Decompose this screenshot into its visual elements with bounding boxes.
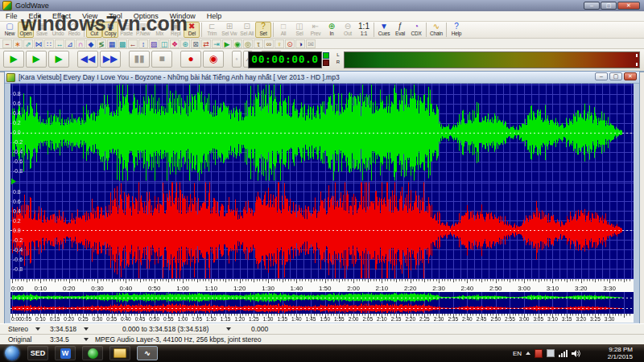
toolbar-button-label: Prev — [311, 31, 321, 37]
toolbar-button-label: Del — [188, 31, 196, 37]
taskbar-app-sed[interactable]: SED — [27, 346, 48, 360]
in-button[interactable]: ⊕In — [324, 22, 340, 38]
effect-icon-3[interactable]: ⇗ — [23, 39, 33, 48]
set-button[interactable]: ?Set — [255, 22, 271, 38]
effect-icon-20[interactable]: ⇄ — [201, 39, 211, 48]
effect-icon-15[interactable]: ▨ — [149, 39, 159, 48]
effect-icon-8[interactable]: ∩ — [76, 39, 85, 48]
volume-icon[interactable] — [572, 349, 581, 358]
effect-icon-18[interactable]: ⊛ — [180, 39, 190, 48]
doc-restore-button[interactable]: ▢ — [609, 72, 622, 80]
toolbar-button-label: Cut — [90, 31, 98, 37]
new-button[interactable]: ▢New — [2, 22, 18, 38]
effect-icon-22[interactable]: ▶ — [222, 39, 232, 48]
cues-button[interactable]: ▼Cues — [376, 22, 392, 38]
language-indicator[interactable]: EN — [513, 350, 522, 357]
copy-button[interactable]: ⧉Copy — [102, 22, 118, 38]
effect-icon-6[interactable]: ↔ — [55, 39, 64, 48]
menu-options[interactable]: Options — [128, 11, 164, 21]
title-bar[interactable]: GoldWave – ▢ ✕ — [0, 0, 644, 11]
menu-file[interactable]: File — [0, 11, 23, 21]
sel-button: ◫Sel — [291, 22, 308, 38]
length-field[interactable]: 3:34.518 — [50, 325, 76, 333]
effect-icon-4[interactable]: ⋈ — [34, 39, 43, 48]
taskbar-app-folder[interactable] — [109, 346, 130, 360]
rewind-button[interactable]: ◀◀ — [77, 51, 98, 68]
file-length-field[interactable]: 3:34.5 — [50, 335, 69, 343]
help-button[interactable]: ?Help — [448, 22, 464, 38]
selection-dropdown-icon[interactable] — [226, 327, 231, 331]
maximize-button[interactable]: ▢ — [601, 2, 617, 10]
menu-view[interactable]: View — [76, 11, 103, 21]
effect-icon-24[interactable]: ◎ — [243, 39, 253, 48]
effect-icon-2[interactable]: ∗ — [13, 39, 23, 48]
effect-icon-23[interactable]: ◉ — [233, 39, 242, 48]
effect-icon-25[interactable]: τ — [254, 39, 263, 48]
menu-tool[interactable]: Tool — [103, 11, 128, 21]
menu-effect[interactable]: Effect — [47, 11, 76, 21]
effect-icon-11[interactable]: ▦ — [107, 39, 117, 48]
position-field[interactable]: 0.000 — [251, 325, 268, 333]
effect-icon-26[interactable]: ∞ — [264, 39, 274, 48]
state-field[interactable]: Original — [8, 335, 31, 343]
play-selection-button[interactable]: ▶ — [26, 51, 47, 68]
open-button[interactable]: ▰Open — [18, 22, 34, 38]
effect-icon-16[interactable]: ◫ — [159, 39, 169, 48]
1-1-button[interactable]: 1:11:1 — [356, 22, 372, 38]
effect-icon-9[interactable]: ◆ — [86, 39, 96, 48]
effect-icon-28[interactable]: ⊙ — [285, 39, 295, 48]
taskbar-app-goldwave[interactable]: ∿ — [137, 346, 158, 360]
effect-icon-12[interactable]: ▩ — [118, 39, 127, 48]
taskbar-app-circle[interactable] — [82, 346, 103, 360]
del-button[interactable]: ✖Del — [184, 22, 200, 38]
transport-controls: ▶▶▶◀◀▶▶▮▮■●◉◦⁄▦ — [3, 51, 282, 68]
play-button[interactable]: ▶ — [3, 51, 24, 68]
start-button[interactable] — [5, 346, 19, 360]
hidden-icons-arrow-icon[interactable] — [526, 352, 530, 355]
menu-window[interactable]: Window — [164, 11, 201, 21]
stereo-waveform-view[interactable] — [10, 84, 634, 279]
sound-window-title-bar[interactable]: [Kara Vietsub] Every Day I Love You - Bo… — [5, 72, 639, 84]
effect-icon-19[interactable]: ⊠ — [191, 39, 200, 48]
close-button[interactable]: ✕ — [617, 2, 640, 10]
taskbar-app-w[interactable]: W — [55, 346, 76, 360]
effect-icon-10[interactable]: ≶ — [97, 39, 106, 48]
network-icon[interactable] — [559, 350, 568, 357]
effect-icon-27[interactable]: ♀ — [275, 39, 284, 48]
taskbar-clock[interactable]: 9:28 PM 2/1/2015 — [608, 346, 633, 360]
all-button: □All — [275, 22, 291, 38]
effect-icon-7[interactable]: ⊿ — [65, 39, 75, 48]
tray-utility-icon[interactable] — [547, 349, 555, 357]
cut-button[interactable]: ✂Cut — [86, 22, 102, 38]
doc-minimize-button[interactable]: – — [595, 72, 608, 80]
effect-icon-5[interactable]: ∷ — [44, 39, 54, 48]
effect-icon-29[interactable]: ◑ — [295, 39, 305, 48]
action-center-icon[interactable] — [535, 349, 543, 358]
minimize-button[interactable]: – — [584, 2, 600, 10]
play-from-button[interactable]: ▶ — [48, 51, 69, 68]
doc-close-button[interactable]: ✕ — [624, 72, 637, 80]
record-button[interactable]: ● — [180, 51, 201, 68]
length-dropdown-icon[interactable] — [84, 327, 89, 331]
chain-button[interactable]: ∿Chain — [428, 22, 444, 38]
record-selection-button[interactable]: ◉ — [203, 51, 224, 68]
toolbar-button-label: CDX — [411, 31, 421, 37]
effect-icon-21[interactable]: ⇥ — [212, 39, 221, 48]
channel-mode-dropdown-icon[interactable] — [35, 327, 40, 331]
effect-icon-17[interactable]: ❖ — [170, 39, 180, 48]
effect-icon-13[interactable]: ← — [128, 39, 138, 48]
cdx-button[interactable]: ◔CDX — [408, 22, 424, 38]
effect-icon-30[interactable]: ✉ — [306, 39, 316, 48]
menu-edit[interactable]: Edit — [23, 11, 47, 21]
selection-field[interactable]: 0.000 to 3:34.518 (3:34.518) — [122, 325, 208, 333]
record-mode-button[interactable]: ◦ — [232, 51, 242, 68]
file-length-dropdown-icon[interactable] — [84, 338, 89, 341]
effect-icon-14[interactable]: ↕ — [138, 39, 148, 48]
effect-icon-1[interactable]: − — [2, 39, 12, 48]
fast-forward-button[interactable]: ▶▶ — [100, 51, 121, 68]
eval-button[interactable]: ƒEval — [392, 22, 408, 38]
channel-mode-field[interactable]: Stereo — [8, 325, 28, 333]
overview-waveform[interactable] — [10, 292, 634, 314]
menu-help[interactable]: Help — [201, 11, 228, 21]
taskbar-app-goldwave-icon: ∿ — [144, 348, 151, 358]
